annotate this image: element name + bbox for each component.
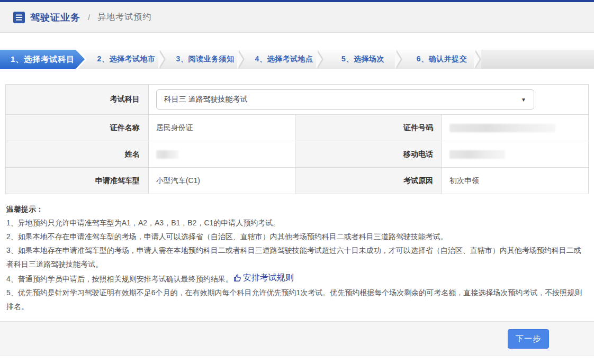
breadcrumb-current: 异地考试预约 [97,12,151,23]
exam-reason-label: 考试原因 [295,168,442,194]
vehicle-type-label: 申请准驾车型 [6,168,149,194]
step-label: 4、选择考试地点 [255,54,313,64]
step-navigation: 1、选择考试科目 2、选择考试地市 3、阅读业务须知 4、选择考试地点 5、选择… [0,50,594,69]
thumbs-up-icon [233,274,242,283]
step-6-confirm-and-submit: 6、确认并提交 [402,50,481,69]
tip-item-2: 2、如果本地不存在申请准驾车型的考场，申请人可以选择省（自治区、直辖市）内其他考… [6,230,588,243]
tip-item-1: 1、异地预约只允许申请准驾车型为A1，A2，A3，B1，B2，C1的申请人预约考… [6,216,588,230]
active-step-arrow: 1、选择考试科目 [0,50,85,69]
step-label: 3、阅读业务须知 [176,54,235,64]
exam-subject-cell: 科目三 道路驾驶技能考试 ▼ [148,85,588,115]
redacted-cert-number [449,124,555,132]
mobile-label: 移动电话 [295,141,442,168]
chevron-down-icon: ▼ [521,97,526,103]
page-header: 驾驶证业务 / 异地考试预约 [0,2,594,33]
cert-name-value: 居民身份证 [148,115,295,141]
exam-subject-select[interactable]: 科目三 道路驾驶技能考试 ▼ [156,89,534,110]
list-icon [13,12,25,23]
mobile-value [442,141,588,168]
step-1-select-exam-subject: 1、选择考试科目 [0,50,87,69]
cert-number-label: 证件号码 [295,115,442,141]
tip-item-3: 3、如果本地存在申请准驾车型的考场，申请人需在本地预约科目二或者科目三道路驾驶技… [6,243,588,271]
table-row: 考试科目 科目三 道路驾驶技能考试 ▼ [6,85,589,115]
step-label: 1、选择考试科目 [11,54,75,65]
table-row: 证件名称 居民身份证 证件号码 [6,115,589,141]
step-label: 6、确认并提交 [417,54,467,64]
step-label: 2、选择考试地市 [97,54,156,64]
page-title: 驾驶证业务 [30,11,80,24]
tips-heading: 温馨提示： [6,202,588,216]
stepbar-filler [481,50,594,69]
cert-name-label: 证件名称 [6,115,149,141]
redacted-name [156,150,178,159]
step-2-select-exam-city: 2、选择考试地市 [87,50,166,69]
step-5-select-session: 5、选择场次 [323,50,402,69]
name-label: 姓名 [6,141,149,168]
tips-section: 温馨提示： 1、异地预约只允许申请准驾车型为A1，A2，A3，B1，B2，C1的… [6,202,588,313]
name-value [148,141,295,168]
exam-subject-label: 考试科目 [6,85,149,115]
step-4-select-exam-site: 4、选择考试地点 [245,50,323,69]
table-row: 申请准驾车型 小型汽车(C1) 考试原因 初次申领 [6,168,589,194]
vehicle-type-value: 小型汽车(C1) [148,168,295,194]
next-step-button[interactable]: 下一步 [508,329,549,349]
tip-item-4: 4、普通预约学员申请后，按照相关规则安排考试确认最终预约结果。安排考试规则 [6,271,588,286]
redacted-mobile [449,150,505,159]
step-label: 5、选择场次 [341,54,384,64]
exam-rules-link[interactable]: 安排考试规则 [233,271,294,285]
exam-reason-value: 初次申领 [442,168,588,194]
exam-subject-value: 科目三 道路驾驶技能考试 [164,95,248,104]
tip-item-5: 5、优先预约是针对学习驾驶证明有效期不足6个月的，在有效期内每个科目允许优先预约… [6,286,588,313]
breadcrumb-separator: / [88,13,90,22]
exam-rules-link-label: 安排考试规则 [243,271,294,285]
footer-action-bar: 下一步 [0,321,594,356]
step-3-read-business-notice: 3、阅读业务须知 [166,50,245,69]
applicant-info-table: 考试科目 科目三 道路驾驶技能考试 ▼ 证件名称 居民身份证 证件号码 姓名 移… [5,84,589,194]
table-row: 姓名 移动电话 [6,141,589,168]
cert-number-value [442,115,588,141]
